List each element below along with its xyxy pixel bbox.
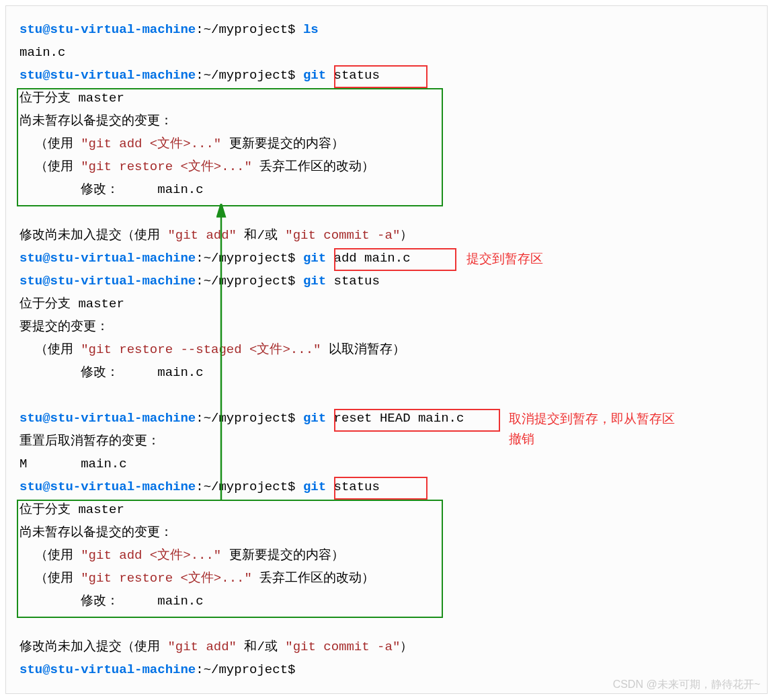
watermark: CSDN @未来可期，静待花开~ [613,673,760,696]
highlight-box [17,500,443,618]
highlight-box [334,248,456,271]
highlight-box [334,409,500,432]
status-hint-restore-staged: （使用 "git restore --staged <文件>..." 以取消暂存… [19,338,754,361]
cmd-git: git [303,251,326,266]
prompt-line: stu@stu-virtual-machine:~/myproject$ git… [19,270,754,293]
status-reset-unstage: 重置后取消暂存的变更： [19,430,754,453]
highlight-box [334,477,428,500]
annotation-cancel-1: 取消提交到暂存，即从暂存区 [509,410,675,428]
cmd-git: git [303,68,326,83]
highlight-box [17,88,443,206]
cmd-ls: ls [303,22,319,37]
status-not-added: 修改尚未加入提交（使用 "git add" 和/或 "git commit -a… [19,224,754,247]
output-ls: main.c [19,41,754,64]
annotation-cancel-2: 撤销 [509,430,534,449]
prompt-line: stu@stu-virtual-machine:~/myproject$ ls [19,18,754,41]
highlight-box [334,65,428,88]
annotation-add-stage: 提交到暂存区 [466,249,543,268]
prompt-user: stu@stu-virtual-machine [19,22,196,37]
terminal-window: stu@stu-virtual-machine:~/myproject$ ls … [5,5,768,694]
status-reset-file: M main.c [19,453,754,475]
status-to-commit: 要提交的变更： [19,315,754,338]
